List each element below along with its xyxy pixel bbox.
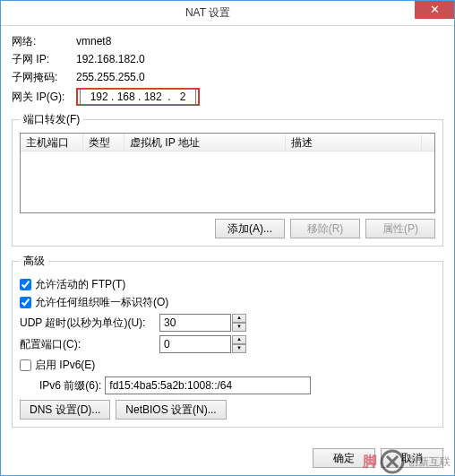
col-scroll-spacer xyxy=(422,134,434,151)
add-button[interactable]: 添加(A)... xyxy=(215,219,285,238)
subnet-mask-row: 子网掩码: 255.255.255.0 xyxy=(12,69,443,85)
spin-down-icon[interactable]: ▼ xyxy=(232,344,246,353)
remove-button: 移除(R) xyxy=(290,219,360,238)
udp-timeout-input[interactable] xyxy=(159,314,231,332)
config-port-row: 配置端口(C): ▲ ▼ xyxy=(20,335,435,353)
subnet-ip-value: 192.168.182.0 xyxy=(76,53,145,65)
port-forwarding-buttons: 添加(A)... 移除(R) 属性(P) xyxy=(20,219,435,238)
col-description[interactable]: 描述 xyxy=(286,134,422,151)
netbios-settings-button[interactable]: NetBIOS 设置(N)... xyxy=(116,400,226,420)
udp-timeout-row: UDP 超时(以秒为单位)(U): ▲ ▼ xyxy=(20,314,435,332)
subnet-ip-row: 子网 IP: 192.168.182.0 xyxy=(12,51,443,67)
config-port-spinner: ▲ ▼ xyxy=(159,335,246,353)
udp-timeout-spinner: ▲ ▼ xyxy=(159,314,246,332)
advanced-legend: 高级 xyxy=(20,254,48,269)
nat-settings-window: NAT 设置 ✕ 网络: vmnet8 子网 IP: 192.168.182.0… xyxy=(0,0,455,476)
content-area: 网络: vmnet8 子网 IP: 192.168.182.0 子网掩码: 25… xyxy=(1,26,454,442)
table-body[interactable] xyxy=(21,151,434,212)
port-forwarding-group: 端口转发(F) 主机端口 类型 虚拟机 IP 地址 描述 添加(A)... 移除… xyxy=(12,112,443,247)
network-row: 网络: vmnet8 xyxy=(12,33,443,49)
advanced-group: 高级 允许活动的 FTP(T) 允许任何组织唯一标识符(O) UDP 超时(以秒… xyxy=(12,254,443,428)
ipv6-prefix-row: IPv6 前缀(6): xyxy=(39,376,435,394)
advanced-buttons: DNS 设置(D)... NetBIOS 设置(N)... xyxy=(20,400,435,420)
window-title: NAT 设置 xyxy=(1,5,415,21)
gateway-ip-input[interactable] xyxy=(80,89,196,105)
udp-timeout-label: UDP 超时(以秒为单位)(U): xyxy=(20,316,154,331)
udp-spin-buttons: ▲ ▼ xyxy=(232,314,246,332)
port-forwarding-table[interactable]: 主机端口 类型 虚拟机 IP 地址 描述 xyxy=(20,133,435,213)
enable-ipv6-checkbox[interactable] xyxy=(20,359,31,371)
subnet-ip-label: 子网 IP: xyxy=(12,52,76,67)
spin-up-icon[interactable]: ▲ xyxy=(232,335,246,344)
subnet-mask-label: 子网掩码: xyxy=(12,70,76,85)
table-header: 主机端口 类型 虚拟机 IP 地址 描述 xyxy=(21,134,434,151)
cfgport-spin-buttons: ▲ ▼ xyxy=(232,335,246,353)
port-forwarding-legend: 端口转发(F) xyxy=(20,112,83,127)
gateway-label: 网关 IP(G): xyxy=(12,90,76,105)
network-value: vmnet8 xyxy=(76,35,111,48)
col-type[interactable]: 类型 xyxy=(83,134,124,151)
ok-button[interactable]: 确定 xyxy=(313,448,375,468)
spin-down-icon[interactable]: ▼ xyxy=(232,323,246,332)
dns-settings-button[interactable]: DNS 设置(D)... xyxy=(20,400,110,420)
allow-any-oui-checkbox[interactable] xyxy=(20,297,31,308)
allow-active-ftp-checkbox[interactable] xyxy=(20,279,31,290)
gateway-row: 网关 IP(G): xyxy=(12,87,443,107)
gateway-highlight-box xyxy=(76,88,200,106)
uid-row: 允许任何组织唯一标识符(O) xyxy=(20,294,435,310)
spin-up-icon[interactable]: ▲ xyxy=(232,314,246,323)
col-vm-ip[interactable]: 虚拟机 IP 地址 xyxy=(124,134,286,151)
close-icon[interactable]: ✕ xyxy=(415,1,454,19)
network-label: 网络: xyxy=(12,34,76,49)
ipv6-prefix-input[interactable] xyxy=(105,376,311,394)
ipv6-enable-row: 启用 IPv6(E) xyxy=(20,357,435,373)
dialog-footer: 确定 取消 xyxy=(313,448,443,468)
config-port-label: 配置端口(C): xyxy=(20,337,154,352)
config-port-input[interactable] xyxy=(159,335,231,353)
enable-ipv6-label[interactable]: 启用 IPv6(E) xyxy=(35,358,95,373)
allow-active-ftp-label[interactable]: 允许活动的 FTP(T) xyxy=(35,277,125,292)
subnet-mask-value: 255.255.255.0 xyxy=(76,71,145,83)
ipv6-prefix-label: IPv6 前缀(6): xyxy=(39,378,101,394)
titlebar: NAT 设置 ✕ xyxy=(1,1,454,26)
col-host-port[interactable]: 主机端口 xyxy=(21,134,83,151)
ftp-row: 允许活动的 FTP(T) xyxy=(20,276,435,292)
cancel-button[interactable]: 取消 xyxy=(381,448,443,468)
allow-any-oui-label[interactable]: 允许任何组织唯一标识符(O) xyxy=(35,295,168,310)
properties-button: 属性(P) xyxy=(365,219,435,238)
